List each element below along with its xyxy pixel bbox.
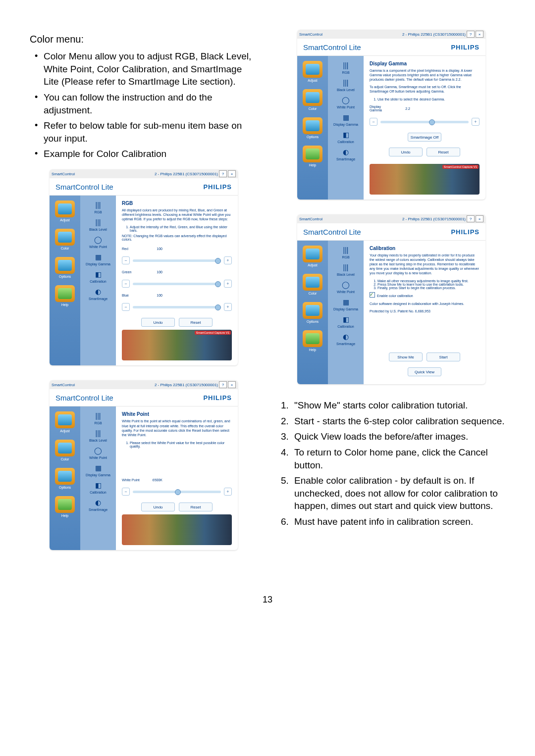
slider-label: Blue bbox=[122, 294, 146, 297]
cal-step: Make all other necessary adjustments to … bbox=[377, 279, 480, 283]
enable-color-calibration[interactable]: Enable color calibration bbox=[370, 292, 480, 298]
gamma-slider[interactable]: Display Gamma 2.2 bbox=[370, 105, 480, 112]
blue-slider[interactable]: Blue 100 bbox=[122, 294, 232, 297]
philips-logo: PHILIPS bbox=[203, 394, 232, 402]
slider-track[interactable] bbox=[133, 491, 221, 493]
submenu-rgb[interactable]: |||RGB bbox=[330, 245, 362, 259]
titlebar-monitor: 2 - Philips 225B1 (CS30715000001) bbox=[402, 32, 466, 37]
sidebar-options[interactable]: Options bbox=[301, 302, 324, 323]
submenu-smartimage[interactable]: ◐SmartImage bbox=[82, 286, 114, 301]
reset-button[interactable]: Reset bbox=[179, 503, 213, 511]
submenu-calibration[interactable]: ◧Calibration bbox=[330, 314, 362, 328]
minus-button[interactable]: − bbox=[122, 488, 130, 496]
submenu-rgb[interactable]: |||RGB bbox=[82, 410, 114, 425]
sidebar-help[interactable]: Help bbox=[301, 330, 324, 352]
sidebar-options[interactable]: Options bbox=[53, 257, 77, 278]
submenu-rgb[interactable]: |||RGB bbox=[82, 200, 114, 214]
close-button[interactable]: × bbox=[476, 31, 483, 38]
reset-button[interactable]: Reset bbox=[179, 318, 213, 327]
numbered-item: To return to Color home pane, click the … bbox=[291, 446, 505, 471]
green-slider[interactable]: Green 100 bbox=[122, 270, 232, 274]
bullet-item: Color Menu allow you to adjust RGB, Blac… bbox=[30, 50, 258, 88]
submenu-display-gamma[interactable]: ▦Display Gamma bbox=[82, 252, 114, 266]
minus-button[interactable]: − bbox=[122, 256, 130, 264]
submenu-display-gamma[interactable]: ▦Display Gamma bbox=[82, 462, 114, 477]
sidebar-options[interactable]: Options bbox=[53, 468, 77, 489]
sidebar-adjust[interactable]: Adjust bbox=[301, 246, 324, 267]
sidebar-help[interactable]: Help bbox=[53, 496, 77, 517]
minus-button[interactable]: − bbox=[122, 280, 130, 288]
sidebar-color[interactable]: Color bbox=[53, 440, 77, 461]
pane-title: Display Gamma bbox=[370, 61, 480, 66]
plus-button[interactable]: + bbox=[224, 488, 232, 496]
submenu-calibration[interactable]: ◧Calibration bbox=[82, 269, 114, 283]
minus-button[interactable]: − bbox=[370, 118, 377, 126]
undo-button[interactable]: Undo bbox=[389, 148, 423, 156]
help-button[interactable]: ? bbox=[467, 215, 475, 222]
sidebar-adjust[interactable]: Adjust bbox=[53, 411, 77, 433]
submenu-smartimage[interactable]: ◐SmartImage bbox=[330, 331, 362, 346]
slider-track[interactable] bbox=[380, 121, 469, 123]
submenu-black-level[interactable]: |||Black Level bbox=[330, 77, 362, 92]
sidebar-adjust[interactable]: Adjust bbox=[301, 61, 324, 82]
reset-button[interactable]: Reset bbox=[427, 148, 460, 156]
undo-button[interactable]: Undo bbox=[141, 503, 175, 511]
close-button[interactable]: × bbox=[228, 170, 236, 177]
sidebar-color[interactable]: Color bbox=[301, 274, 324, 295]
submenu-display-gamma[interactable]: ▦Display Gamma bbox=[330, 297, 362, 311]
submenu-smartimage[interactable]: ◐SmartImage bbox=[330, 147, 362, 161]
submenu-rgb[interactable]: |||RGB bbox=[330, 60, 362, 74]
start-button[interactable]: Start bbox=[427, 353, 460, 361]
submenu-white-point[interactable]: ◯White Point bbox=[82, 234, 114, 249]
pane-desc: All displayed colors are produced by mix… bbox=[122, 208, 232, 221]
slider-track[interactable] bbox=[133, 259, 221, 262]
help-button[interactable]: ? bbox=[467, 31, 475, 38]
submenu-white-point[interactable]: ◯White Point bbox=[330, 95, 362, 109]
sidebar-options[interactable]: Options bbox=[301, 117, 324, 139]
app-name: SmartControl Lite bbox=[303, 43, 361, 51]
submenu-black-level[interactable]: |||Black Level bbox=[82, 428, 114, 442]
submenu-black-level[interactable]: |||Black Level bbox=[82, 217, 114, 231]
preview-image bbox=[122, 514, 232, 545]
submenu-black-level[interactable]: |||Black Level bbox=[330, 262, 362, 276]
pane-step: Adjust the intensity of the Red, Green, … bbox=[130, 225, 232, 232]
pane-note: NOTE: Changing the RGB values can advers… bbox=[122, 234, 232, 241]
cal-step: Press Show Me to learn how to use the ca… bbox=[377, 283, 480, 286]
help-button[interactable]: ? bbox=[219, 381, 227, 388]
minus-button[interactable]: − bbox=[122, 303, 130, 311]
submenu-calibration[interactable]: ◧Calibration bbox=[330, 129, 362, 144]
checkbox-icon[interactable] bbox=[370, 292, 375, 298]
smartimage-off-button[interactable]: SmartImage Off bbox=[408, 133, 441, 142]
slider-label: Red bbox=[122, 247, 146, 251]
plus-button[interactable]: + bbox=[472, 118, 480, 126]
numbered-item: Start - starts the 6-step color calibrat… bbox=[291, 415, 505, 428]
sidebar-help[interactable]: Help bbox=[53, 285, 77, 306]
slider-track[interactable] bbox=[133, 283, 221, 285]
slider-value: 6500K bbox=[149, 478, 162, 482]
submenu-white-point[interactable]: ◯White Point bbox=[330, 279, 362, 294]
help-button[interactable]: ? bbox=[219, 170, 227, 177]
submenu-smartimage[interactable]: ◐SmartImage bbox=[82, 497, 114, 511]
submenu-white-point[interactable]: ◯White Point bbox=[82, 445, 114, 459]
plus-button[interactable]: + bbox=[224, 256, 232, 264]
slider-value: 100 bbox=[149, 294, 162, 297]
plus-button[interactable]: + bbox=[224, 303, 232, 311]
titlebar-monitor: 2 - Philips 225B1 (CS30715000001) bbox=[402, 217, 466, 221]
show-me-button[interactable]: Show Me bbox=[389, 353, 423, 361]
slider-track[interactable] bbox=[133, 306, 221, 308]
submenu-display-gamma[interactable]: ▦Display Gamma bbox=[330, 112, 362, 126]
red-slider[interactable]: Red 100 bbox=[122, 247, 232, 251]
submenu-calibration[interactable]: ◧Calibration bbox=[82, 480, 114, 494]
sidebar-color[interactable]: Color bbox=[301, 89, 324, 110]
rgb-icon: ||| bbox=[92, 200, 105, 210]
screenshot-white-point: SmartControl 2 - Philips 225B1 (CS307150… bbox=[50, 380, 238, 550]
sidebar-help[interactable]: Help bbox=[301, 146, 324, 167]
sidebar-adjust[interactable]: Adjust bbox=[53, 201, 77, 222]
white-point-slider[interactable]: White Point 6500K bbox=[122, 478, 232, 482]
quick-view-button[interactable]: Quick View bbox=[408, 367, 441, 376]
plus-button[interactable]: + bbox=[224, 280, 232, 288]
close-button[interactable]: × bbox=[228, 381, 236, 388]
undo-button[interactable]: Undo bbox=[141, 318, 175, 327]
sidebar-color[interactable]: Color bbox=[53, 229, 77, 250]
close-button[interactable]: × bbox=[476, 215, 483, 222]
